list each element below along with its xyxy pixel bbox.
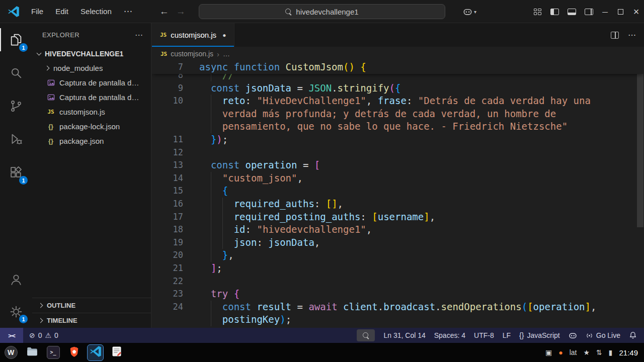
notifications-bell-icon[interactable] bbox=[629, 331, 637, 339]
line-number: 9 bbox=[152, 82, 183, 95]
code-row[interactable]: 18id: "hivedevchallenge1", bbox=[152, 223, 644, 236]
code-row[interactable]: postingKey); bbox=[152, 313, 644, 326]
tray-item-1[interactable]: ● bbox=[558, 348, 562, 356]
token: pensamiento, que no sabe lo que hace. - … bbox=[222, 121, 568, 132]
copilot-status-icon[interactable] bbox=[569, 331, 577, 340]
tray-item-0[interactable]: ▣ bbox=[545, 348, 552, 356]
section-outline[interactable]: OUTLINE bbox=[32, 298, 151, 313]
menu-edit[interactable]: Edit bbox=[49, 5, 74, 18]
sidebar-more-button[interactable]: ⋯ bbox=[135, 30, 143, 40]
file-icon-wrap: JS bbox=[46, 109, 55, 115]
title-bar: FileEditSelection ⋯ ← → hivedevchallenge… bbox=[0, 0, 644, 23]
command-center-search[interactable]: hivedevchallenge1 bbox=[199, 4, 445, 19]
tab-customjson[interactable]: JS customjson.js ● bbox=[152, 23, 234, 47]
code-row[interactable]: 20}, bbox=[152, 249, 644, 262]
code-row[interactable]: 17required_posting_auths: [username], bbox=[152, 211, 644, 224]
file-item-package-json[interactable]: {}package.json bbox=[32, 134, 151, 148]
tray-item-3[interactable]: ★ bbox=[583, 348, 590, 356]
tray-item-2[interactable]: lat bbox=[570, 348, 577, 356]
copilot-menu[interactable]: ▾ bbox=[463, 7, 476, 17]
status-item-utf8[interactable]: UTF-8 bbox=[474, 331, 494, 339]
file-item-node-modules[interactable]: node_modules bbox=[32, 61, 151, 75]
toggle-sidebar-button[interactable] bbox=[546, 0, 563, 23]
forward-icon[interactable]: → bbox=[176, 6, 186, 17]
file-item-captura-de-pantalla-d-[interactable]: Captura de pantalla d… bbox=[32, 90, 151, 105]
code-row[interactable]: 19json: jsonData, bbox=[152, 236, 644, 249]
token: const bbox=[222, 301, 257, 312]
code-row[interactable]: 16required_auths: [], bbox=[152, 198, 644, 211]
code-row[interactable]: pensamiento, que no sabe lo que hace. - … bbox=[152, 120, 644, 133]
code-row[interactable]: 14"custom_json", bbox=[152, 172, 644, 185]
file-item-package-lock-json[interactable]: {}package-lock.json bbox=[32, 119, 151, 134]
file-item-customjson-js[interactable]: JScustomjson.js bbox=[32, 105, 151, 119]
taskbar-clock[interactable]: 21:49 bbox=[619, 348, 638, 357]
activity-source-control[interactable] bbox=[0, 89, 32, 123]
magnifier-icon bbox=[363, 332, 369, 339]
code-row[interactable]: 10reto: "HiveDevChallenge1", frase: "Det… bbox=[152, 95, 644, 108]
customize-layout-button[interactable] bbox=[529, 0, 546, 23]
code-row[interactable]: 8// bbox=[152, 74, 644, 82]
section-timeline[interactable]: TIMELINE bbox=[32, 313, 151, 328]
token: { bbox=[222, 185, 228, 196]
token: // bbox=[222, 74, 234, 80]
taskbar-app-vscode[interactable] bbox=[87, 344, 104, 361]
code-area[interactable]: 7async function CustomJsom() { 8//9const… bbox=[152, 61, 644, 328]
activity-explorer[interactable]: 1 bbox=[0, 23, 32, 56]
menu-file[interactable]: File bbox=[25, 5, 49, 18]
split-editor-icon[interactable] bbox=[611, 32, 619, 39]
chevron-down-icon bbox=[37, 50, 42, 55]
maximize-button[interactable] bbox=[613, 0, 628, 23]
file-item-captura-de-pantalla-d-[interactable]: Captura de pantalla d… bbox=[32, 75, 151, 90]
breadcrumb-file[interactable]: customjson.js bbox=[171, 50, 213, 58]
activity-extensions[interactable]: 1 bbox=[0, 156, 32, 189]
toggle-secondary-sidebar-button[interactable] bbox=[580, 0, 597, 23]
taskbar-app-files[interactable] bbox=[24, 344, 40, 361]
code-row[interactable]: verdad más profunda; y detrás de cada ve… bbox=[152, 108, 644, 121]
activity-run-debug[interactable] bbox=[0, 123, 32, 156]
code-text: json: jsonData, bbox=[199, 236, 320, 249]
menu-selection[interactable]: Selection bbox=[74, 5, 118, 18]
code-row[interactable]: 11}); bbox=[152, 133, 644, 146]
taskbar-app-terminal[interactable]: >_ bbox=[45, 344, 61, 361]
activity-settings[interactable]: 1 bbox=[0, 296, 32, 328]
activity-search[interactable] bbox=[0, 56, 32, 89]
zoom-indicator-button[interactable] bbox=[357, 329, 375, 341]
modified-dot-icon[interactable]: ● bbox=[222, 32, 226, 39]
code-row[interactable]: 15{ bbox=[152, 185, 644, 198]
go-live-button[interactable]: Go Live bbox=[586, 331, 620, 339]
token: const bbox=[211, 159, 246, 170]
breadcrumb-symbol[interactable]: … bbox=[223, 50, 230, 58]
taskbar-app-w-app[interactable]: W bbox=[3, 344, 19, 361]
workspace-root-folder[interactable]: HIVEDEVCHALLENGE1 bbox=[32, 46, 151, 61]
toggle-panel-button[interactable] bbox=[563, 0, 580, 23]
code-row[interactable]: 7async function CustomJsom() { bbox=[152, 61, 644, 74]
indent-guide bbox=[199, 159, 211, 172]
minimize-button[interactable]: ─ bbox=[597, 0, 613, 23]
status-item-lf[interactable]: LF bbox=[503, 331, 511, 339]
code-row[interactable]: 13const operation = [ bbox=[152, 159, 644, 172]
editor-more-actions[interactable]: ⋯ bbox=[628, 30, 636, 40]
activity-accounts[interactable] bbox=[0, 263, 32, 296]
menu-more-button[interactable]: ⋯ bbox=[118, 4, 138, 19]
taskbar-app-brave[interactable] bbox=[66, 344, 83, 361]
code-row[interactable]: 24const result = await client.broadcast.… bbox=[152, 301, 644, 314]
token: : bbox=[246, 95, 257, 106]
tray-item-5[interactable]: ▮ bbox=[609, 348, 613, 356]
close-button[interactable]: × bbox=[628, 0, 644, 23]
code-row[interactable]: 21]; bbox=[152, 262, 644, 275]
sticky-scroll-line[interactable]: 7async function CustomJsom() { bbox=[152, 61, 644, 74]
code-row[interactable]: 9const jsonData = JSON.stringify({ bbox=[152, 82, 644, 95]
remote-indicator-button[interactable]: >< bbox=[0, 328, 23, 343]
status-item-ln[interactable]: Ln 31, Col 14 bbox=[383, 331, 425, 339]
back-icon[interactable]: ← bbox=[159, 6, 169, 17]
status-item-spaces[interactable]: Spaces: 4 bbox=[434, 331, 465, 339]
code-row[interactable]: 22 bbox=[152, 275, 644, 288]
code-row[interactable]: 23try { bbox=[152, 288, 644, 301]
editor-scrollbar[interactable] bbox=[637, 62, 643, 227]
tray-item-4[interactable]: ⇅ bbox=[596, 348, 602, 356]
code-row[interactable]: 12 bbox=[152, 146, 644, 159]
problems-button[interactable]: ⊘ 0 ⚠ 0 bbox=[29, 331, 58, 339]
token: sendOperations bbox=[441, 301, 522, 312]
language-mode-button[interactable]: {} JavaScript bbox=[519, 331, 560, 339]
taskbar-app-editor[interactable] bbox=[108, 344, 125, 361]
